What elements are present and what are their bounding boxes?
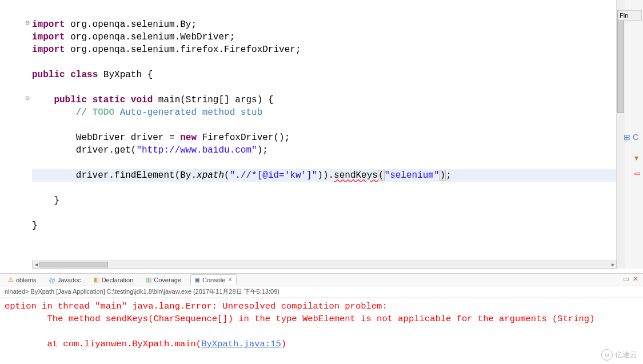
string-literal: ".//*[@id='kw']"	[230, 170, 318, 181]
stack-line: at com.liyanwen.ByXpath.main(ByXpath.jav…	[5, 339, 286, 349]
code-editor[interactable]: ⊖ ⊖ import org.openqa.selenium.By; impor…	[21, 0, 617, 269]
console-process-info: ninated> ByXpath [Java Application] C:\t…	[0, 286, 643, 298]
watermark: ω 亿速云	[601, 349, 637, 361]
tab-coverage[interactable]: ▥ Coverage	[142, 275, 185, 285]
code-text: driver.get(	[76, 145, 137, 155]
expand-icon[interactable]: ▾	[634, 153, 638, 162]
collapse-marker-icon[interactable]: ⊖	[25, 95, 31, 101]
close-tab-icon[interactable]: ✕	[227, 276, 233, 283]
main-signature: main(String[] args) {	[153, 95, 273, 105]
error-line: The method sendKeys(CharSequence[]) in t…	[5, 314, 594, 324]
keyword-import: import	[32, 19, 65, 30]
views-tab-bar: ⚠ oblems @ Javadoc ◧ Declaration ▥ Cover…	[0, 274, 643, 286]
keyword-static: static	[93, 95, 126, 105]
editor-gutter: ⊖ ⊖	[21, 0, 32, 257]
hscroll-thumb[interactable]	[39, 262, 108, 267]
todo-tag: TODO	[93, 107, 114, 118]
comment: // TODO Auto-generated method stub	[76, 107, 262, 118]
error-sendkeys: sendKeys	[334, 170, 378, 181]
matched-paren: (	[378, 170, 385, 181]
class-name: ByXpath {	[98, 70, 153, 80]
import-package: org.openqa.selenium.WebDriver;	[65, 32, 235, 42]
tab-declaration[interactable]: ◧ Declaration	[90, 275, 137, 285]
code-content[interactable]: import org.openqa.selenium.By; import or…	[32, 18, 616, 232]
error-line: eption in thread "main" java.lang.Error:…	[5, 301, 393, 311]
stack-trace-link[interactable]: ByXpath.java:15	[201, 339, 281, 349]
string-literal: "selenium"	[385, 170, 440, 181]
coverage-icon: ▥	[146, 276, 151, 283]
tab-label: oblems	[16, 277, 36, 283]
string-literal: "http://www.baidu.com"	[136, 145, 257, 155]
matched-paren: )	[440, 170, 446, 181]
tab-javadoc[interactable]: @ Javadoc	[45, 275, 84, 285]
tab-label: Javadoc	[58, 277, 81, 283]
collapse-marker-icon[interactable]: ⊖	[25, 19, 31, 25]
outline-icon[interactable]: ⊞ C	[624, 133, 638, 142]
keyword-class: class	[70, 70, 98, 80]
console-icon: ▣	[194, 276, 200, 283]
keyword-import: import	[32, 32, 65, 42]
declaration-icon: ◧	[94, 276, 99, 283]
code-text: driver.findElement(By.	[76, 170, 197, 181]
tab-label: Console	[202, 277, 225, 283]
watermark-logo-icon: ω	[601, 349, 613, 361]
tab-console[interactable]: ▣ Console ✕	[190, 274, 237, 285]
keyword-void: void	[131, 95, 153, 105]
error-overview-marker[interactable]	[634, 173, 640, 175]
tab-label: Coverage	[154, 277, 181, 283]
import-package: org.openqa.selenium.By;	[65, 19, 197, 30]
bottom-panel: ⚠ oblems @ Javadoc ◧ Declaration ▥ Cover…	[0, 273, 643, 364]
editor-vscrollbar-thumb[interactable]	[617, 10, 624, 113]
keyword-import: import	[32, 45, 65, 55]
right-sidebar: Fin ⊞ C ▾	[617, 0, 643, 269]
console-output[interactable]: eption in thread "main" java.lang.Error:…	[0, 298, 643, 355]
find-tab-button[interactable]: Fin	[618, 10, 642, 21]
minimize-icon[interactable]: ▭	[623, 275, 629, 283]
import-package: org.openqa.selenium.firefox.FirefoxDrive…	[65, 45, 301, 55]
tab-label: Declaration	[102, 277, 134, 283]
problems-icon: ⚠	[8, 276, 14, 283]
tab-problems[interactable]: ⚠ oblems	[5, 275, 39, 285]
static-method-call: xpath	[197, 170, 224, 181]
close-icon[interactable]: ✕	[633, 275, 638, 283]
console-toolbar: ▭ ✕	[623, 275, 638, 283]
close-brace: }	[32, 195, 59, 206]
keyword-new: new	[180, 133, 197, 143]
scroll-left-icon[interactable]: ◂	[33, 261, 39, 268]
keyword-public: public	[54, 95, 87, 105]
scroll-right-icon[interactable]: ▸	[609, 261, 616, 268]
keyword-public: public	[32, 70, 65, 80]
editor-hscrollbar[interactable]: ◂ ▸	[32, 261, 617, 269]
watermark-text: 亿速云	[615, 350, 637, 360]
code-text: WebDriver driver =	[76, 133, 180, 143]
javadoc-icon: @	[49, 277, 55, 283]
close-brace: }	[32, 221, 38, 231]
